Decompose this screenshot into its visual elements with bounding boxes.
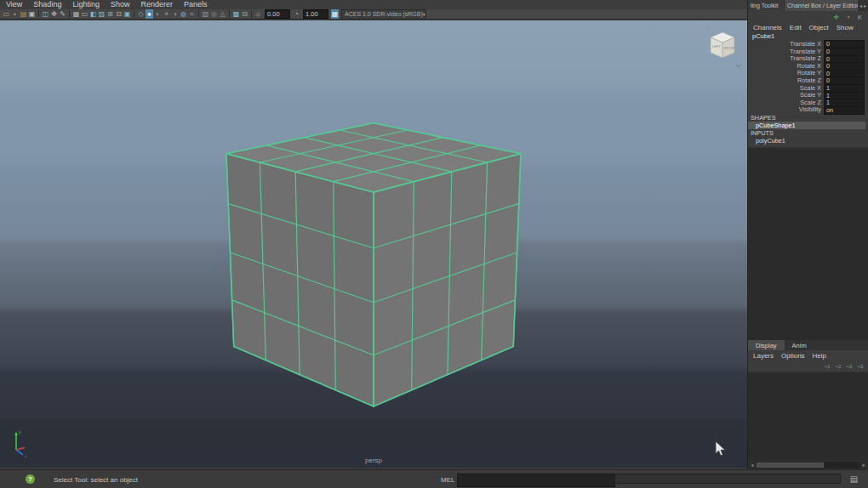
shape-node-pcubeshape1[interactable]: pCubeShape1 [748, 122, 865, 129]
layer-list-empty-area [748, 372, 868, 460]
channel-menu-channels[interactable]: Channels [753, 24, 782, 31]
tab-scroll-right-icon[interactable]: ▸ [864, 3, 866, 9]
grid-icon[interactable]: ▦ [72, 9, 80, 19]
viewcube-front-label: FRONT [724, 46, 736, 50]
layer-editor-menubar: LayersOptionsHelp [748, 350, 868, 360]
xray-icon[interactable]: ▩ [232, 9, 240, 19]
use-all-lights-icon[interactable]: ☀ [163, 9, 170, 19]
tab-channel-box-layer-editor[interactable]: Channel Box / Layer Editor [785, 0, 858, 11]
hyperbolic-slider-icon[interactable]: K [856, 12, 864, 21]
colorspace-toggle-icon[interactable]: ▦ [331, 9, 339, 19]
help-icon[interactable]: ? [26, 474, 35, 484]
create-layer-from-selected-icon[interactable]: ◅ [845, 361, 853, 371]
layer-menu-help[interactable]: Help [813, 352, 826, 360]
layer-editor-buttons: ◅◅◅◅ [748, 360, 868, 372]
textured-icon[interactable]: ◐ [154, 9, 162, 19]
exposure-field[interactable] [265, 9, 290, 19]
xray-joints-icon[interactable]: ⊟ [241, 9, 248, 19]
y-axis-label: y [19, 429, 21, 434]
panel-menu-shading[interactable]: Shading [33, 0, 61, 9]
isolate-select-icon[interactable]: ◬ [219, 9, 226, 19]
gamma-icon[interactable]: ◔ [293, 9, 300, 19]
status-help-text: Select Tool: select an object [54, 476, 138, 484]
mel-label[interactable]: MEL [441, 476, 454, 484]
status-bar: ? Select Tool: select an object MEL ▤ [0, 469, 868, 488]
shaded-icon[interactable]: ● [146, 9, 153, 19]
mel-result-field[interactable] [614, 474, 841, 484]
mel-command-input[interactable] [457, 474, 615, 487]
colorspace-value: ACES 1.0 SDR-video (sRGB) [345, 11, 423, 17]
grease-pencil-icon[interactable]: ✎ [59, 9, 66, 19]
gamma-field[interactable] [303, 9, 328, 19]
toolbar-separator [198, 10, 199, 18]
mouse-cursor [715, 441, 727, 457]
field-chart-icon[interactable]: ⊞ [106, 9, 114, 19]
horizontal-scrollbar: ◂ ▸ [748, 460, 868, 469]
layer-menu-layers[interactable]: Layers [753, 352, 774, 360]
viewcube-menu-chevron-icon[interactable] [736, 65, 741, 67]
screen-space-ao-icon[interactable]: ◍ [180, 9, 187, 19]
channel-menu-object[interactable]: Object [809, 24, 829, 31]
script-editor-icon[interactable]: ▤ [848, 474, 859, 485]
toolbar-separator [229, 10, 230, 18]
pcube-object[interactable] [0, 20, 747, 468]
scrollbar-left-arrow-icon[interactable]: ◂ [749, 462, 756, 468]
layer-editor: DisplayAnim LayersOptionsHelp ◅◅◅◅ ◂ ▸ [748, 340, 868, 469]
layer-tab-display[interactable]: Display [748, 340, 785, 350]
right-panel-tabs: ling Toolkit Channel Box / Layer Editor … [748, 0, 868, 11]
shadows-icon[interactable]: ◑ [171, 9, 179, 19]
channel-row-visibility: Visibilityon [748, 106, 868, 114]
multisample-aa-icon[interactable]: ▧ [202, 9, 209, 19]
perspective-viewport[interactable]: LEFT FRONT y z persp [0, 20, 747, 468]
pin-channel-icon[interactable]: ✛ [832, 12, 840, 21]
channel-box-menubar: ChannelsEditObjectShow [748, 22, 868, 32]
show-layers-icon[interactable]: ◅ [834, 361, 842, 371]
safe-title-icon[interactable]: ▣ [123, 9, 131, 19]
channel-box-panel: ling Toolkit Channel Box / Layer Editor … [747, 0, 868, 469]
bookmarks-icon[interactable]: ▣ [28, 9, 36, 19]
scrollbar-right-arrow-icon[interactable]: ▸ [860, 462, 867, 468]
panel-menu-view[interactable]: View [6, 0, 22, 9]
create-empty-layer-icon[interactable]: ◅ [856, 361, 864, 371]
select-camera-icon[interactable]: ▭ [3, 9, 10, 19]
image-plane-icon[interactable]: ◫ [42, 9, 49, 19]
tab-scroll-left-icon[interactable]: ◂ [859, 3, 862, 9]
wireframe-icon[interactable]: ◇ [137, 9, 145, 19]
tab-modeling-toolkit[interactable]: ling Toolkit [748, 0, 785, 11]
viewcube-left-label: LEFT [712, 44, 721, 48]
scrollbar-track[interactable] [756, 462, 860, 468]
depth-of-field-icon[interactable]: ◎ [210, 9, 218, 19]
hide-layers-icon[interactable]: ◅ [823, 361, 831, 371]
panel-menu-lighting[interactable]: Lighting [72, 0, 100, 9]
exposure-icon[interactable]: ☼ [254, 9, 262, 19]
toolbar-separator [38, 10, 39, 18]
film-gate-icon[interactable]: ▭ [81, 9, 89, 19]
slider-speed-icon[interactable]: ◔ [844, 12, 852, 21]
scrollbar-thumb[interactable] [757, 462, 824, 468]
viewport-toolbar: ▭▪▤▣◫✥✎▦▭◧▨⊞⊡▣◇●◐☀◑◍≈▧◎◬▩⊟☼ ◔ ▦ ACES 1.0… [0, 9, 747, 20]
panel-menu-show[interactable]: Show [111, 0, 130, 9]
safe-action-icon[interactable]: ⊡ [115, 9, 123, 19]
channel-box-empty-area [748, 147, 868, 340]
maya-window: ViewShadingLightingShowRendererPanels ▭▪… [0, 0, 868, 488]
channel-menu-edit[interactable]: Edit [790, 24, 802, 31]
layer-menu-options[interactable]: Options [781, 352, 805, 360]
2d-pan-zoom-icon[interactable]: ✥ [50, 9, 58, 19]
gate-mask-icon[interactable]: ▨ [98, 9, 106, 19]
input-node-polycube1[interactable]: polyCube1 [748, 137, 868, 145]
motion-blur-icon[interactable]: ≈ [188, 9, 196, 19]
channel-label-visibility[interactable]: Visibility [748, 106, 824, 114]
channel-menu-show[interactable]: Show [837, 24, 854, 31]
panel-menubar: ViewShadingLightingShowRendererPanels [0, 0, 747, 9]
lock-camera-icon[interactable]: ▪ [11, 9, 19, 19]
viewcube[interactable]: LEFT FRONT [701, 22, 742, 70]
panel-menu-renderer[interactable]: Renderer [140, 0, 173, 9]
panel-menu-panels[interactable]: Panels [184, 0, 208, 9]
layer-tab-anim[interactable]: Anim [785, 340, 814, 350]
colorspace-dropdown[interactable]: ACES 1.0 SDR-video (sRGB) ▾ [341, 9, 426, 20]
axis-gizmo: y z [5, 427, 41, 459]
resolution-gate-icon[interactable]: ◧ [89, 9, 97, 19]
chevron-down-icon: ▾ [423, 11, 425, 17]
camera-attributes-icon[interactable]: ▤ [20, 9, 27, 19]
layer-editor-tabs: DisplayAnim [748, 340, 868, 350]
